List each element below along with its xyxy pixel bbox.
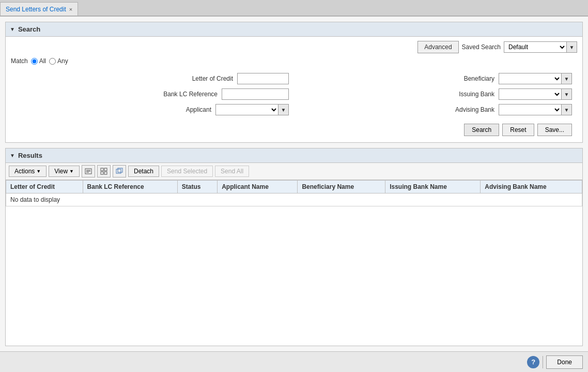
export-icon-btn[interactable] (82, 165, 95, 177)
svg-rect-5 (104, 168, 107, 171)
help-button[interactable]: ? (527, 356, 539, 368)
search-form-grid: Letter of Credit Beneficiary ▼ (6, 69, 582, 124)
results-section-header: ▼ Results (6, 148, 582, 163)
search-section: ▼ Search Advanced Saved Search Default ▼… (5, 22, 583, 143)
col-advising-bank-name: Advising Bank Name (481, 181, 582, 194)
advising-bank-dropdown-arrow[interactable]: ▼ (561, 105, 571, 115)
col-issuing-bank-name: Issuing Bank Name (385, 181, 481, 194)
bank-lc-reference-field: Bank LC Reference (16, 88, 289, 100)
advising-bank-row: Advising Bank ▼ (299, 104, 572, 115)
match-all-label: All (39, 57, 46, 65)
search-btn-row: Search Reset Save... (6, 124, 582, 142)
letter-of-credit-row: Letter of Credit (16, 73, 289, 84)
results-toggle-icon[interactable]: ▼ (10, 153, 15, 158)
tab-label: Send Letters of Credit (6, 6, 66, 13)
issuing-bank-field: Issuing Bank ▼ (299, 88, 572, 100)
tab-close-btn[interactable]: × (69, 6, 72, 12)
advising-bank-label: Advising Bank (432, 106, 494, 113)
grid-icon (100, 168, 107, 175)
saved-search-label: Saved Search (462, 43, 501, 51)
saved-search-dropdown[interactable]: Default ▼ (504, 41, 577, 53)
letter-of-credit-input[interactable] (237, 73, 289, 84)
actions-button[interactable]: Actions ▼ (9, 166, 47, 177)
advanced-button[interactable]: Advanced (417, 41, 458, 53)
results-table-wrapper: Letter of Credit Bank LC Reference Statu… (6, 180, 582, 206)
bottom-bar: ? Done (0, 351, 588, 372)
applicant-select[interactable] (216, 105, 278, 115)
match-all-radio[interactable]: All (31, 57, 46, 65)
detach-label: Detach (134, 168, 153, 175)
grid-icon-btn[interactable] (97, 165, 111, 177)
view-dropdown-arrow: ▼ (69, 169, 74, 174)
bank-lc-reference-row: Bank LC Reference (16, 88, 289, 100)
table-body: No data to display (6, 194, 582, 206)
match-any-label: Any (57, 57, 68, 65)
results-toolbar: Actions ▼ View ▼ (6, 163, 582, 180)
send-selected-label: Send Selected (167, 168, 207, 175)
beneficiary-dropdown[interactable]: ▼ (499, 73, 572, 84)
col-bank-lc-reference: Bank LC Reference (83, 181, 177, 194)
issuing-bank-dropdown[interactable]: ▼ (499, 88, 572, 100)
col-beneficiary-name: Beneficiary Name (298, 181, 385, 194)
col-letter-of-credit: Letter of Credit (6, 181, 83, 194)
beneficiary-select[interactable] (499, 73, 561, 84)
applicant-dropdown[interactable]: ▼ (215, 104, 289, 115)
beneficiary-row: Beneficiary ▼ (299, 73, 572, 84)
table-header: Letter of Credit Bank LC Reference Statu… (6, 181, 582, 194)
advising-bank-select[interactable] (499, 105, 561, 115)
actions-label: Actions (14, 168, 35, 175)
save-button[interactable]: Save... (537, 124, 572, 136)
saved-search-dropdown-arrow[interactable]: ▼ (566, 42, 577, 52)
results-section: ▼ Results Actions ▼ View ▼ (5, 148, 583, 346)
issuing-bank-row: Issuing Bank ▼ (299, 88, 572, 100)
send-all-button: Send All (215, 166, 249, 177)
applicant-label: Applicant (149, 106, 211, 113)
table-header-row: Letter of Credit Bank LC Reference Statu… (6, 181, 582, 194)
main-content: ▼ Search Advanced Saved Search Default ▼… (0, 17, 588, 372)
svg-rect-8 (116, 169, 121, 173)
bank-lc-reference-input[interactable] (222, 88, 289, 100)
beneficiary-dropdown-arrow[interactable]: ▼ (561, 73, 571, 84)
advising-bank-field: Advising Bank ▼ (299, 104, 572, 115)
svg-rect-4 (101, 168, 103, 171)
send-selected-button: Send Selected (161, 166, 213, 177)
export-icon (85, 168, 92, 175)
issuing-bank-dropdown-arrow[interactable]: ▼ (561, 89, 571, 99)
results-section-title: Results (18, 152, 42, 159)
send-all-label: Send All (221, 168, 243, 175)
beneficiary-field: Beneficiary ▼ (299, 73, 572, 84)
detach-icon (116, 168, 123, 175)
match-label: Match (11, 57, 28, 65)
svg-rect-6 (101, 172, 103, 174)
detach-icon-btn[interactable] (113, 165, 126, 177)
search-section-header: ▼ Search (6, 22, 582, 37)
view-label: View (54, 168, 68, 175)
search-button[interactable]: Search (464, 124, 499, 136)
letter-of-credit-field: Letter of Credit (16, 73, 289, 84)
match-row: Match All Any (6, 55, 582, 69)
done-button[interactable]: Done (546, 355, 583, 369)
letter-of-credit-label: Letter of Credit (171, 75, 233, 82)
col-status: Status (177, 181, 217, 194)
reset-button[interactable]: Reset (502, 124, 534, 136)
advising-bank-dropdown[interactable]: ▼ (499, 104, 572, 115)
match-any-radio[interactable]: Any (49, 57, 68, 65)
results-table: Letter of Credit Bank LC Reference Statu… (6, 180, 582, 206)
detach-button[interactable]: Detach (128, 166, 159, 177)
applicant-row: Applicant ▼ (16, 104, 289, 115)
scroll-area[interactable]: ▼ Search Advanced Saved Search Default ▼… (0, 17, 588, 351)
search-toggle-icon[interactable]: ▼ (10, 26, 15, 32)
no-data-row: No data to display (6, 194, 582, 206)
applicant-field: Applicant ▼ (16, 104, 289, 115)
col-applicant-name: Applicant Name (218, 181, 298, 194)
saved-search-select[interactable]: Default (504, 42, 566, 52)
tab-bar: Send Letters of Credit × (0, 0, 588, 17)
actions-dropdown-arrow: ▼ (36, 169, 41, 174)
beneficiary-label: Beneficiary (432, 75, 494, 82)
issuing-bank-select[interactable] (499, 89, 561, 99)
applicant-dropdown-arrow[interactable]: ▼ (278, 105, 288, 115)
view-button[interactable]: View ▼ (49, 166, 80, 177)
search-top-controls: Advanced Saved Search Default ▼ (6, 37, 582, 55)
send-letters-tab[interactable]: Send Letters of Credit × (0, 2, 78, 16)
bottom-divider (543, 356, 543, 368)
